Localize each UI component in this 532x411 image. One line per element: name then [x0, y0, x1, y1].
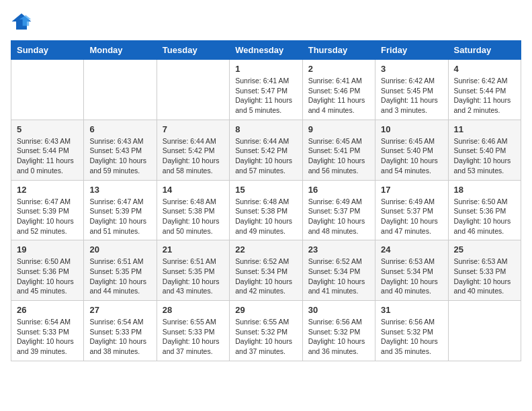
- day-number: 17: [381, 185, 442, 195]
- week-row-5: 26Sunrise: 6:54 AMSunset: 5:33 PMDayligh…: [11, 301, 521, 361]
- day-info: Sunrise: 6:42 AMSunset: 5:45 PMDaylight:…: [381, 76, 442, 116]
- day-info: Sunrise: 6:54 AMSunset: 5:33 PMDaylight:…: [89, 317, 150, 357]
- day-cell: [157, 60, 229, 120]
- logo: [11, 11, 35, 32]
- week-row-1: 1Sunrise: 6:41 AMSunset: 5:47 PMDaylight…: [11, 60, 521, 120]
- day-info: Sunrise: 6:49 AMSunset: 5:37 PMDaylight:…: [308, 197, 369, 236]
- day-number: 25: [454, 244, 515, 255]
- day-info: Sunrise: 6:52 AMSunset: 5:34 PMDaylight:…: [235, 257, 296, 296]
- day-cell: 7Sunrise: 6:44 AMSunset: 5:42 PMDaylight…: [157, 120, 229, 180]
- day-number: 4: [454, 64, 515, 74]
- day-info: Sunrise: 6:45 AMSunset: 5:41 PMDaylight:…: [308, 136, 369, 176]
- day-number: 3: [381, 64, 442, 74]
- day-info: Sunrise: 6:49 AMSunset: 5:37 PMDaylight:…: [381, 197, 442, 236]
- day-number: 12: [17, 185, 78, 195]
- day-number: 28: [163, 305, 224, 315]
- day-number: 31: [381, 305, 442, 315]
- day-info: Sunrise: 6:50 AMSunset: 5:36 PMDaylight:…: [17, 257, 78, 296]
- day-cell: 12Sunrise: 6:47 AMSunset: 5:39 PMDayligh…: [11, 180, 84, 240]
- day-number: 30: [308, 305, 369, 315]
- day-info: Sunrise: 6:47 AMSunset: 5:39 PMDaylight:…: [89, 197, 150, 236]
- week-row-3: 12Sunrise: 6:47 AMSunset: 5:39 PMDayligh…: [11, 180, 521, 240]
- day-info: Sunrise: 6:47 AMSunset: 5:39 PMDaylight:…: [17, 197, 78, 236]
- day-info: Sunrise: 6:46 AMSunset: 5:40 PMDaylight:…: [454, 136, 515, 176]
- day-cell: [448, 301, 521, 361]
- day-cell: 23Sunrise: 6:52 AMSunset: 5:34 PMDayligh…: [302, 240, 375, 301]
- weekday-header-wednesday: Wednesday: [230, 41, 302, 60]
- day-number: 27: [89, 305, 150, 315]
- day-number: 15: [235, 185, 296, 195]
- day-info: Sunrise: 6:41 AMSunset: 5:46 PMDaylight:…: [308, 76, 369, 116]
- weekday-header-sunday: Sunday: [11, 41, 84, 60]
- logo-icon: [11, 11, 32, 32]
- day-cell: 4Sunrise: 6:42 AMSunset: 5:44 PMDaylight…: [448, 60, 521, 120]
- day-number: 7: [163, 124, 224, 134]
- page-header: [11, 11, 521, 32]
- day-cell: [11, 60, 84, 120]
- day-info: Sunrise: 6:44 AMSunset: 5:42 PMDaylight:…: [163, 136, 224, 176]
- day-info: Sunrise: 6:51 AMSunset: 5:35 PMDaylight:…: [163, 257, 224, 296]
- day-cell: 22Sunrise: 6:52 AMSunset: 5:34 PMDayligh…: [230, 240, 302, 301]
- day-number: 9: [308, 124, 369, 134]
- day-info: Sunrise: 6:41 AMSunset: 5:47 PMDaylight:…: [235, 76, 296, 116]
- day-info: Sunrise: 6:52 AMSunset: 5:34 PMDaylight:…: [308, 257, 369, 296]
- day-info: Sunrise: 6:56 AMSunset: 5:32 PMDaylight:…: [381, 317, 442, 357]
- day-cell: 11Sunrise: 6:46 AMSunset: 5:40 PMDayligh…: [448, 120, 521, 180]
- day-info: Sunrise: 6:43 AMSunset: 5:43 PMDaylight:…: [89, 136, 150, 176]
- day-cell: 25Sunrise: 6:53 AMSunset: 5:33 PMDayligh…: [448, 240, 521, 301]
- day-cell: 5Sunrise: 6:43 AMSunset: 5:44 PMDaylight…: [11, 120, 84, 180]
- day-number: 16: [308, 185, 369, 195]
- day-number: 2: [308, 64, 369, 74]
- day-cell: 29Sunrise: 6:55 AMSunset: 5:32 PMDayligh…: [230, 301, 302, 361]
- day-cell: 8Sunrise: 6:44 AMSunset: 5:42 PMDaylight…: [230, 120, 302, 180]
- day-number: 14: [163, 185, 224, 195]
- day-cell: 31Sunrise: 6:56 AMSunset: 5:32 PMDayligh…: [375, 301, 448, 361]
- day-cell: 27Sunrise: 6:54 AMSunset: 5:33 PMDayligh…: [84, 301, 157, 361]
- day-number: 5: [17, 124, 78, 134]
- day-info: Sunrise: 6:50 AMSunset: 5:36 PMDaylight:…: [454, 197, 515, 236]
- day-info: Sunrise: 6:53 AMSunset: 5:33 PMDaylight:…: [454, 257, 515, 296]
- calendar-table: SundayMondayTuesdayWednesdayThursdayFrid…: [11, 40, 521, 361]
- day-info: Sunrise: 6:45 AMSunset: 5:40 PMDaylight:…: [381, 136, 442, 176]
- day-number: 29: [235, 305, 296, 315]
- day-number: 26: [17, 305, 78, 315]
- day-cell: 26Sunrise: 6:54 AMSunset: 5:33 PMDayligh…: [11, 301, 84, 361]
- day-cell: 16Sunrise: 6:49 AMSunset: 5:37 PMDayligh…: [302, 180, 375, 240]
- day-cell: [84, 60, 157, 120]
- day-cell: 17Sunrise: 6:49 AMSunset: 5:37 PMDayligh…: [375, 180, 448, 240]
- day-info: Sunrise: 6:56 AMSunset: 5:32 PMDaylight:…: [308, 317, 369, 357]
- day-number: 19: [17, 244, 78, 255]
- day-cell: 21Sunrise: 6:51 AMSunset: 5:35 PMDayligh…: [157, 240, 229, 301]
- day-info: Sunrise: 6:48 AMSunset: 5:38 PMDaylight:…: [163, 197, 224, 236]
- day-info: Sunrise: 6:42 AMSunset: 5:44 PMDaylight:…: [454, 76, 515, 116]
- day-cell: 14Sunrise: 6:48 AMSunset: 5:38 PMDayligh…: [157, 180, 229, 240]
- day-number: 21: [163, 244, 224, 255]
- day-cell: 1Sunrise: 6:41 AMSunset: 5:47 PMDaylight…: [230, 60, 302, 120]
- day-number: 24: [381, 244, 442, 255]
- weekday-header-thursday: Thursday: [302, 41, 375, 60]
- day-cell: 19Sunrise: 6:50 AMSunset: 5:36 PMDayligh…: [11, 240, 84, 301]
- weekday-header-monday: Monday: [84, 41, 157, 60]
- day-cell: 15Sunrise: 6:48 AMSunset: 5:38 PMDayligh…: [230, 180, 302, 240]
- day-info: Sunrise: 6:51 AMSunset: 5:35 PMDaylight:…: [89, 257, 150, 296]
- day-info: Sunrise: 6:44 AMSunset: 5:42 PMDaylight:…: [235, 136, 296, 176]
- day-number: 8: [235, 124, 296, 134]
- day-number: 13: [89, 185, 150, 195]
- day-info: Sunrise: 6:55 AMSunset: 5:33 PMDaylight:…: [163, 317, 224, 357]
- day-number: 20: [89, 244, 150, 255]
- weekday-header-saturday: Saturday: [448, 41, 521, 60]
- day-number: 18: [454, 185, 515, 195]
- day-info: Sunrise: 6:43 AMSunset: 5:44 PMDaylight:…: [17, 136, 78, 176]
- day-cell: 10Sunrise: 6:45 AMSunset: 5:40 PMDayligh…: [375, 120, 448, 180]
- day-cell: 2Sunrise: 6:41 AMSunset: 5:46 PMDaylight…: [302, 60, 375, 120]
- weekday-header-row: SundayMondayTuesdayWednesdayThursdayFrid…: [11, 41, 521, 60]
- day-cell: 20Sunrise: 6:51 AMSunset: 5:35 PMDayligh…: [84, 240, 157, 301]
- day-number: 1: [235, 64, 296, 74]
- day-number: 6: [89, 124, 150, 134]
- day-cell: 18Sunrise: 6:50 AMSunset: 5:36 PMDayligh…: [448, 180, 521, 240]
- day-number: 11: [454, 124, 515, 134]
- day-number: 10: [381, 124, 442, 134]
- weekday-header-friday: Friday: [375, 41, 448, 60]
- day-cell: 13Sunrise: 6:47 AMSunset: 5:39 PMDayligh…: [84, 180, 157, 240]
- day-info: Sunrise: 6:55 AMSunset: 5:32 PMDaylight:…: [235, 317, 296, 357]
